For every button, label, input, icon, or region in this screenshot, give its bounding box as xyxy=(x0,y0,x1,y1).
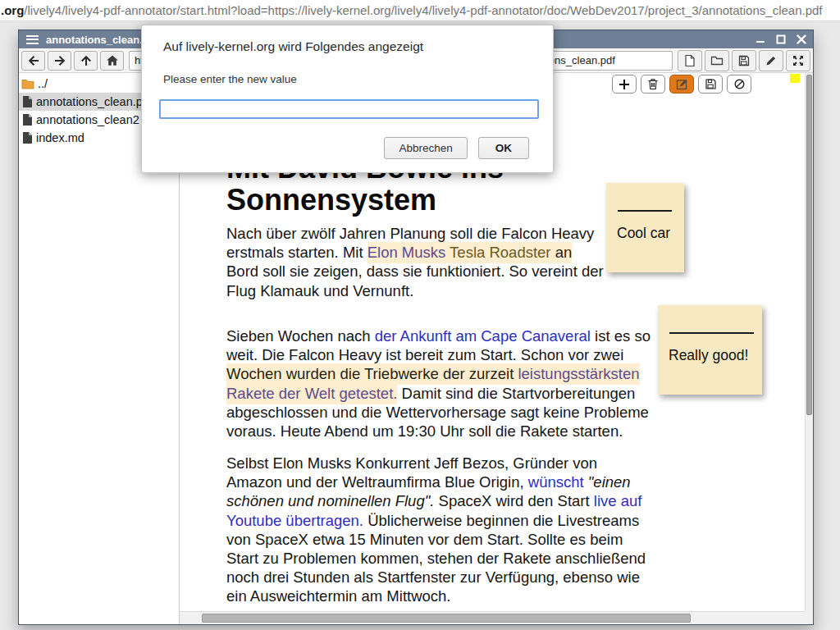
save-file-button[interactable] xyxy=(732,50,756,71)
pdf-highlighted-text[interactable]: an xyxy=(551,242,573,263)
pdf-text-line: erstmals starten. Mit Elon Musks Tesla R… xyxy=(226,243,604,262)
add-annotation-icon xyxy=(619,79,630,90)
minimize-icon xyxy=(756,34,765,44)
new-file-icon xyxy=(683,54,696,67)
maximize-button[interactable] xyxy=(774,33,788,46)
pdf-link[interactable]: der Ankunft am Cape Canaveral xyxy=(375,327,591,345)
file-list-item-label: ../ xyxy=(38,77,48,90)
pdf-text-line: abgeschlossen und die Wettervorhersage s… xyxy=(226,403,651,422)
file-list-item-label: index.md xyxy=(36,131,84,144)
pdf-text: Damit sind die Startvorbereitungen xyxy=(397,385,635,402)
cancel-mode-icon xyxy=(733,78,746,90)
pdf-paragraph: Nach über zwölf Jahren Planung soll die … xyxy=(226,224,604,300)
pdf-italic-text: "einen xyxy=(584,473,631,491)
new-file-button[interactable] xyxy=(678,50,702,71)
maximize-icon xyxy=(776,34,786,44)
home-icon xyxy=(106,54,119,67)
pdf-text-line: Rakete der Welt getestet. Damit sind die… xyxy=(226,384,651,403)
horizontal-scrollbar[interactable] xyxy=(180,611,805,624)
pdf-text-line: von SpaceX etwa 15 Minuten vor dem Start… xyxy=(226,530,646,549)
folder-icon xyxy=(21,78,34,89)
delete-annotation-button[interactable] xyxy=(641,75,665,94)
pdf-paragraph: Sieben Wochen nach der Ankunft am Cape C… xyxy=(226,326,651,441)
save-annotations-icon xyxy=(705,78,717,90)
file-icon xyxy=(21,131,33,144)
save-annotations-button[interactable] xyxy=(698,75,723,94)
minimize-button[interactable] xyxy=(754,33,767,46)
open-folder-icon xyxy=(710,54,724,67)
file-list-item-label: annotations_clean.p xyxy=(36,95,143,108)
pdf-text: SpaceX wird den Start xyxy=(434,492,593,509)
forward-icon xyxy=(53,54,66,67)
pdf-text-line: Youtube übertragen. Üblicherweise beginn… xyxy=(226,511,646,530)
pdf-text-line: Bord soll sie zeigen, dass sie funktioni… xyxy=(226,262,604,281)
file-list-item-label: annotations_clean2 xyxy=(36,113,139,126)
pdf-text-line: Selbst Elon Musks Konkurrent Jeff Bezos,… xyxy=(226,454,646,472)
sticky-note-text[interactable]: Cool car xyxy=(617,225,684,242)
horizontal-scrollbar-thumb[interactable] xyxy=(202,614,691,623)
sticky-note-divider xyxy=(669,332,754,334)
vertical-scrollbar[interactable] xyxy=(805,73,813,611)
highlight-mode-button[interactable] xyxy=(669,75,694,94)
pdf-text: noch drei Stunden als Startfenster zur V… xyxy=(226,568,640,586)
pdf-text: erstmals starten. Mit xyxy=(226,244,368,261)
ok-button[interactable]: OK xyxy=(478,137,529,159)
forward-button[interactable] xyxy=(48,51,71,71)
pdf-italic-text: schönen und nominellen Flug". xyxy=(226,492,434,509)
add-annotation-button[interactable] xyxy=(612,75,637,94)
pdf-text-line: ein Ausweichtermin am Mittwoch. xyxy=(226,587,646,605)
cancel-button[interactable]: Abbrechen xyxy=(384,137,467,159)
back-button[interactable] xyxy=(21,51,45,71)
pdf-text: abgeschlossen und die Wettervorhersage s… xyxy=(226,404,649,421)
sticky-note-text[interactable]: Really good! xyxy=(669,347,762,364)
hamburger-icon[interactable] xyxy=(26,35,39,44)
url-path: /lively4/lively4-pdf-annotator/start.htm… xyxy=(24,3,822,17)
pdf-text: Sieben Wochen nach xyxy=(226,327,375,345)
expand-icon xyxy=(792,54,805,67)
cancel-mode-button[interactable] xyxy=(727,75,751,94)
up-icon xyxy=(80,54,93,67)
pdf-text-line: noch drei Stunden als Startfenster zur V… xyxy=(226,568,646,587)
pdf-link[interactable]: wünscht xyxy=(528,473,584,491)
pdf-text-line: schönen und nominellen Flug". SpaceX wir… xyxy=(226,491,646,510)
sticky-note[interactable]: Cool car xyxy=(606,183,684,272)
browser-address-text[interactable]: .org/lively4/lively4-pdf-annotator/start… xyxy=(0,0,840,21)
up-button[interactable] xyxy=(74,51,98,71)
sticky-note[interactable]: Really good! xyxy=(658,305,762,395)
edit-button[interactable] xyxy=(759,50,783,71)
pdf-link[interactable]: live auf xyxy=(594,492,642,509)
open-folder-button[interactable] xyxy=(705,50,729,71)
pdf-text: ist es so xyxy=(591,327,651,345)
pdf-link[interactable]: Youtube übertragen. xyxy=(226,512,363,529)
pdf-text: Nach über zwölf Jahren Planung soll die … xyxy=(226,225,594,242)
pdf-text: Amazon und der Weltraumfirma Blue Origin… xyxy=(226,473,528,491)
pdf-text-line: Amazon und der Weltraumfirma Blue Origin… xyxy=(226,472,646,491)
pdf-highlighted-text[interactable]: Wochen wurden die Triebwerke der zurzeit xyxy=(226,363,518,385)
dialog-value-input[interactable] xyxy=(159,99,539,119)
close-button[interactable] xyxy=(795,33,808,46)
pdf-text: Üblicherweise beginnen die Livestreams xyxy=(363,512,639,529)
expand-button[interactable] xyxy=(786,50,810,71)
close-icon xyxy=(797,34,806,44)
save-icon xyxy=(737,54,751,67)
pdf-text-line: voraus. Heute Abend um 19:30 Uhr soll di… xyxy=(226,422,651,441)
pdf-text: Flug Klamauk und Vernunft. xyxy=(226,282,413,299)
pdf-highlighted-link[interactable]: leistungsstärksten xyxy=(518,363,639,385)
file-icon xyxy=(21,95,33,108)
pdf-text-line: Flug Klamauk und Vernunft. xyxy=(226,281,604,300)
pdf-text-line: Start zu Problemen kommen, stehen der Ra… xyxy=(226,549,646,568)
dialog-title: Auf lively-kernel.org wird Folgendes ang… xyxy=(163,39,423,54)
pdf-highlighted-text[interactable]: Tesla Roadster xyxy=(445,242,550,263)
vertical-scrollbar-thumb[interactable] xyxy=(806,75,812,415)
pdf-text: Start zu Problemen kommen, stehen der Ra… xyxy=(226,550,646,567)
pdf-highlighted-link[interactable]: Elon Musks xyxy=(368,242,446,263)
scrollbar-corner xyxy=(805,611,813,624)
pdf-text: von SpaceX etwa 15 Minuten vor dem Start… xyxy=(226,531,623,548)
yellow-marker xyxy=(790,74,800,83)
heading-line-2: Sonnensystem xyxy=(226,184,504,216)
pdf-highlighted-link[interactable]: Rakete der Welt getestet. xyxy=(226,383,397,404)
highlight-mode-icon xyxy=(676,78,688,90)
home-button[interactable] xyxy=(100,51,124,71)
delete-annotation-icon xyxy=(647,78,659,90)
pdf-text: Bord soll sie zeigen, dass sie funktioni… xyxy=(226,262,604,280)
